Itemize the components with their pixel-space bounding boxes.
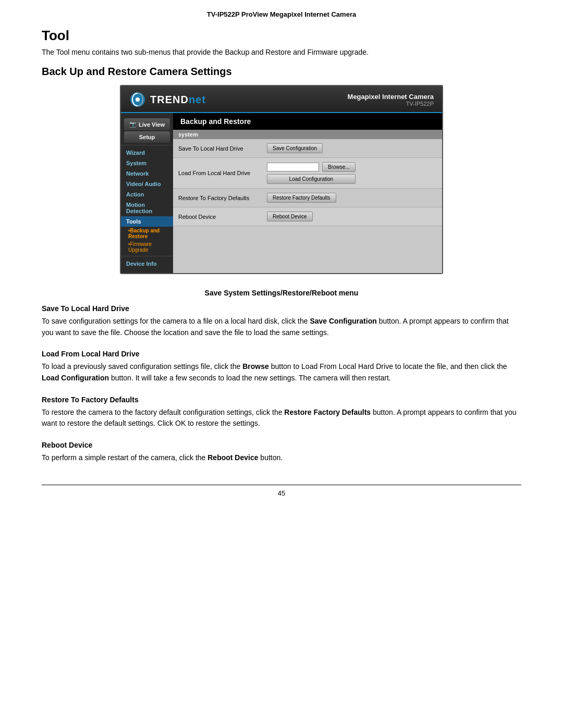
- page-footer: 45: [42, 485, 521, 497]
- reboot-device-button[interactable]: Reboot Device: [267, 212, 313, 221]
- camera-ui-header: TRENDnet Megapixel Internet Camera TV-IP…: [121, 86, 442, 113]
- setting-row-save: Save To Local Hard Drive Save Configurat…: [173, 139, 442, 158]
- main-padding: [173, 226, 442, 242]
- load-controls: Browse... Load Configuration: [267, 162, 356, 184]
- sidebar-divider-1: [121, 145, 173, 145]
- sidebar-item-tools[interactable]: Tools: [121, 216, 173, 227]
- page-title: Tool: [42, 28, 521, 44]
- setup-button[interactable]: Setup: [124, 131, 170, 143]
- trendnet-icon: [129, 91, 146, 108]
- section-reboot-device-para: To perform a simple restart of the camer…: [42, 452, 521, 464]
- sidebar-item-motion-detection[interactable]: Motion Detection: [121, 200, 173, 216]
- section-restore-factory-heading: Restore To Factory Defaults: [42, 396, 521, 404]
- section-load-local-heading: Load From Local Hard Drive: [42, 350, 521, 358]
- section-restore-factory: Restore To Factory Defaults To restore t…: [42, 396, 521, 429]
- restore-factory-defaults-button[interactable]: Restore Factory Defaults: [267, 193, 336, 203]
- main-title-bar: Backup and Restore: [173, 113, 442, 130]
- section-load-local-para: To load a previously saved configuration…: [42, 361, 521, 384]
- reboot-controls: Reboot Device: [267, 212, 313, 221]
- sidebar-item-device-info[interactable]: Device Info: [121, 258, 173, 269]
- reboot-label: Reboot Device: [178, 214, 262, 220]
- subsection-title: Back Up and Restore Camera Settings: [42, 66, 521, 78]
- section-save-local: Save To Local Hard Drive To save configu…: [42, 304, 521, 338]
- section-save-local-para: To save configuration settings for the c…: [42, 316, 521, 338]
- sidebar-subitem-backup[interactable]: •Backup and Restore: [121, 227, 173, 240]
- main-section-header: system: [173, 130, 442, 139]
- setting-row-load: Load From Local Hard Drive Browse... Loa…: [173, 158, 442, 189]
- camera-model-info: Megapixel Internet Camera TV-IP522P: [348, 93, 434, 107]
- model-sub: TV-IP522P: [348, 101, 434, 107]
- save-controls: Save Configuration: [267, 143, 323, 153]
- camera-sidebar: 📷 Live View Setup Wizard System Network …: [121, 113, 173, 273]
- load-configuration-button[interactable]: Load Configuration: [267, 174, 356, 184]
- section-load-local: Load From Local Hard Drive To load a pre…: [42, 350, 521, 384]
- camera-ui-body: 📷 Live View Setup Wizard System Network …: [121, 113, 442, 273]
- browse-input[interactable]: [267, 163, 319, 171]
- live-view-button[interactable]: 📷 Live View: [124, 118, 170, 130]
- sidebar-item-action[interactable]: Action: [121, 189, 173, 200]
- sidebar-item-video-audio[interactable]: Video/ Audio: [121, 179, 173, 189]
- restore-label: Restore To Factory Defaults: [178, 195, 262, 201]
- document-title: TV-IP522P ProView Megapixel Internet Cam…: [207, 10, 356, 18]
- save-configuration-button[interactable]: Save Configuration: [267, 143, 323, 153]
- model-title: Megapixel Internet Camera: [348, 93, 434, 101]
- page-header: TV-IP522P ProView Megapixel Internet Cam…: [42, 10, 521, 18]
- section-reboot-device-heading: Reboot Device: [42, 441, 521, 449]
- sidebar-item-network[interactable]: Network: [121, 168, 173, 179]
- trendnet-logo: TRENDnet: [129, 91, 206, 108]
- page-number: 45: [278, 489, 285, 497]
- save-label: Save To Local Hard Drive: [178, 145, 262, 152]
- camera-ui-screenshot: TRENDnet Megapixel Internet Camera TV-IP…: [120, 85, 443, 274]
- setting-row-reboot: Reboot Device Reboot Device: [173, 207, 442, 226]
- sidebar-item-wizard[interactable]: Wizard: [121, 147, 173, 158]
- svg-point-1: [136, 97, 140, 102]
- main-content-area: system Save To Local Hard Drive Save Con…: [173, 130, 442, 242]
- browse-button[interactable]: Browse...: [322, 162, 356, 172]
- page-intro: The Tool menu contains two sub-menus tha…: [42, 48, 521, 56]
- camera-main-content: Backup and Restore system Save To Local …: [173, 113, 442, 273]
- trendnet-name: TRENDnet: [150, 94, 206, 106]
- sidebar-subitem-firmware[interactable]: •Firmware Upgrade: [121, 240, 173, 254]
- browse-row: Browse...: [267, 162, 356, 172]
- load-label: Load From Local Hard Drive: [178, 170, 262, 176]
- section-restore-factory-para: To restore the camera to the factory def…: [42, 407, 521, 429]
- sidebar-divider-2: [121, 256, 173, 256]
- camera-icon: 📷: [129, 121, 137, 128]
- setting-row-restore: Restore To Factory Defaults Restore Fact…: [173, 189, 442, 207]
- sidebar-item-system[interactable]: System: [121, 158, 173, 168]
- section-reboot-device: Reboot Device To perform a simple restar…: [42, 441, 521, 464]
- section-save-local-heading: Save To Local Hard Drive: [42, 304, 521, 313]
- restore-controls: Restore Factory Defaults: [267, 193, 336, 203]
- screenshot-caption: Save System Settings/Restore/Reboot menu: [42, 289, 521, 297]
